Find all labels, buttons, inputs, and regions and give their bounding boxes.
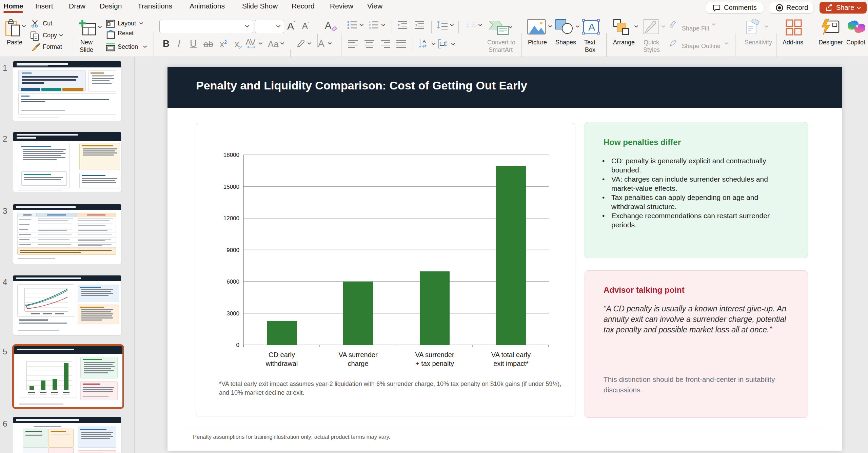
svg-text:12000: 12000 xyxy=(223,215,239,222)
svg-text:A: A xyxy=(423,39,426,44)
svg-text:18000: 18000 xyxy=(223,152,239,158)
svg-text:charge: charge xyxy=(348,360,368,367)
svg-text:3000: 3000 xyxy=(226,310,239,317)
svg-text:9000: 9000 xyxy=(226,247,239,253)
svg-text:VA surrender: VA surrender xyxy=(415,351,454,358)
svg-text:6000: 6000 xyxy=(226,279,239,285)
svg-text:3: 3 xyxy=(369,26,371,29)
svg-text:VA total early: VA total early xyxy=(491,351,531,358)
svg-text:15000: 15000 xyxy=(223,184,239,190)
svg-text:0: 0 xyxy=(236,342,239,348)
svg-text:VA surrender: VA surrender xyxy=(338,351,378,358)
svg-text:exit impact*: exit impact* xyxy=(493,360,529,367)
svg-text:CD early: CD early xyxy=(269,351,295,358)
svg-text:A: A xyxy=(588,21,595,33)
svg-text:withdrawal: withdrawal xyxy=(265,360,298,367)
svg-text:+ tax penalty: + tax penalty xyxy=(415,360,454,367)
